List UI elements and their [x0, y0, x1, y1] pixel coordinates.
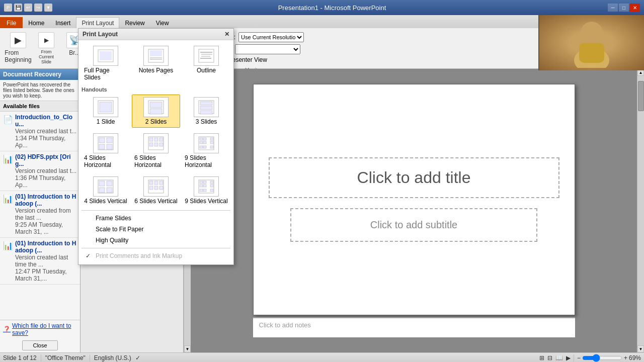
tab-insert[interactable]: Insert [50, 17, 76, 28]
customize-icon[interactable]: ▼ [44, 4, 52, 12]
svg-rect-25 [107, 138, 112, 143]
frame-slides-item[interactable]: Frame Slides [82, 213, 230, 224]
full-page-slides-icon [93, 46, 118, 66]
slide-notes-area[interactable]: Click to add notes [253, 317, 575, 337]
outline-icon-svg [196, 48, 216, 64]
zoom-control: − + 69% [577, 354, 641, 361]
status-left: Slide 1 of 12 "Office Theme" English (U.… [3, 354, 535, 361]
2-slides-option[interactable]: 2 Slides [132, 95, 180, 128]
9-slides-v-label: 9 Slides Vertical [185, 198, 227, 205]
scroll-down-button[interactable]: ▼ [184, 345, 191, 352]
file-4-text: (01) Introduction to Hadoop (... Version… [15, 240, 77, 282]
svg-rect-29 [149, 138, 153, 141]
svg-rect-4 [100, 51, 112, 60]
svg-rect-48 [99, 188, 105, 193]
svg-rect-65 [203, 189, 206, 192]
svg-rect-61 [200, 185, 203, 187]
recovery-close-button[interactable]: Close [22, 340, 57, 350]
1-slide-icon [93, 97, 118, 117]
redo-icon[interactable]: ↪ [34, 4, 42, 12]
help-icon: ❓ [3, 326, 11, 333]
svg-rect-56 [159, 186, 163, 190]
3-slides-icon [194, 97, 219, 117]
svg-rect-2 [579, 43, 604, 63]
notes-pages-option[interactable]: Notes Pages [132, 43, 180, 83]
main-scroll-track [637, 76, 644, 345]
slide-title-placeholder[interactable]: Click to add title [269, 157, 559, 198]
undo-icon[interactable]: ↩ [24, 4, 32, 12]
from-current-slide-button[interactable]: ▶ From Current Slide [33, 30, 59, 66]
zoom-in-icon[interactable]: + [624, 354, 627, 361]
recovery-file-2[interactable]: 📊 (02) HDFS.pptx [Orig... Version create… [0, 151, 80, 191]
tab-view[interactable]: View [150, 17, 175, 28]
view-reading-icon[interactable]: 📖 [555, 354, 563, 361]
3-slides-option[interactable]: 3 Slides [182, 95, 230, 128]
view-normal-icon[interactable]: ⊞ [539, 354, 544, 361]
help-link[interactable]: ❓ Which file do I want to save? [3, 322, 77, 336]
svg-rect-39 [200, 141, 203, 144]
minimize-button[interactable]: ─ [608, 4, 618, 12]
file-1-version: Version created last t... [15, 128, 77, 135]
maximize-button[interactable]: □ [619, 4, 629, 12]
main-area-scrollbar[interactable]: ▲ ▼ [637, 69, 644, 352]
tab-review[interactable]: Review [119, 17, 150, 28]
status-divider-2 [90, 354, 90, 361]
recovery-file-4[interactable]: 📊 (01) Introduction to Hadoop (... Versi… [0, 238, 80, 285]
zoom-level[interactable]: 69% [629, 354, 641, 361]
4-slides-h-option[interactable]: 4 Slides Horizontal [82, 131, 130, 171]
main-scroll-thumb[interactable] [638, 81, 644, 111]
tab-home[interactable]: Home [23, 17, 50, 28]
1-slide-label: 1 Slide [97, 118, 115, 125]
close-btn-row: Close [0, 338, 80, 352]
6-slides-h-icon [143, 133, 169, 153]
resolution-select[interactable]: Use Current Resolution [238, 32, 304, 42]
1-slide-option[interactable]: 1 Slide [82, 95, 130, 128]
svg-rect-38 [210, 138, 213, 140]
file-4-version: Version created last time the ... [15, 254, 77, 268]
svg-rect-33 [154, 143, 158, 146]
tab-print-layout[interactable]: Print Layout [76, 17, 119, 28]
9-slides-v-option[interactable]: 9 Slides Vertical [182, 174, 230, 207]
6-slides-h-option[interactable]: 6 Slides Horizontal [132, 131, 180, 171]
9-slides-v-icon-svg [196, 178, 216, 195]
file-4-name: (01) Introduction to Hadoop (... [15, 240, 77, 254]
view-slideshow-icon[interactable]: ▶ [566, 354, 571, 361]
6-slides-v-icon-svg [146, 178, 166, 195]
outline-option[interactable]: Outline [182, 43, 230, 83]
file-2-time: 1:36 PM Thursday, Ap... [15, 174, 77, 189]
available-files-title: Available files [0, 101, 80, 112]
file-4-time: 12:47 PM Tuesday, March 31,... [15, 268, 77, 282]
main-scroll-down-button[interactable]: ▼ [637, 345, 644, 352]
svg-rect-20 [200, 102, 212, 105]
file-2-name: (02) HDFS.pptx [Orig... [15, 153, 77, 167]
6-slides-v-option[interactable]: 6 Slides Vertical [132, 174, 180, 207]
svg-rect-47 [107, 181, 112, 186]
slide-subtitle-placeholder[interactable]: Click to add subtitle [290, 208, 537, 242]
close-window-button[interactable]: ✕ [630, 4, 640, 12]
recovery-file-3[interactable]: 📊 (01) Introduction to Hadoop (... Versi… [0, 191, 80, 238]
high-quality-item[interactable]: High Quality [82, 235, 230, 246]
file-3-version: Version created from the last ... [15, 207, 77, 221]
4-slides-v-icon-svg [96, 178, 116, 195]
svg-rect-58 [200, 181, 203, 184]
4-slides-v-option[interactable]: 4 Slides Vertical [82, 174, 130, 207]
dropdown-title-text: Print Layout [83, 31, 118, 38]
zoom-out-icon[interactable]: − [577, 354, 581, 361]
save-icon[interactable]: 💾 [14, 4, 22, 12]
from-beginning-button[interactable]: ▶ From Beginning [5, 30, 31, 66]
scale-to-fit-item[interactable]: Scale to Fit Paper [82, 224, 230, 235]
dropdown-close-icon[interactable]: ✕ [224, 31, 229, 38]
tab-file[interactable]: File [0, 17, 23, 28]
zoom-slider[interactable] [582, 356, 622, 360]
print-comments-item: ✓ Print Comments and Ink Markup [82, 250, 230, 261]
show-on-select[interactable] [235, 44, 300, 54]
view-sorter-icon[interactable]: ⊟ [547, 354, 552, 361]
recovery-file-1[interactable]: 📄 Introduction_to_Clou... Version create… [0, 112, 80, 151]
svg-rect-30 [154, 138, 158, 141]
full-page-slides-option[interactable]: Full Page Slides [82, 43, 130, 83]
9-slides-h-icon-svg [196, 135, 216, 151]
svg-rect-49 [107, 188, 112, 193]
from-beginning-icon: ▶ [10, 32, 26, 48]
9-slides-h-option[interactable]: 9 Slides Horizontal [182, 131, 230, 171]
recovery-description: PowerPoint has recovered the files liste… [0, 80, 80, 101]
